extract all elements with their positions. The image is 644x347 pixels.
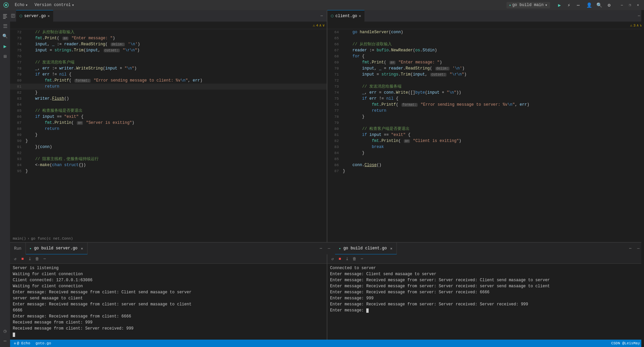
table-row: 76 fmt.Printf( format: "Error sending me… [327, 102, 644, 108]
table-row: 77 return [327, 108, 644, 114]
minimize-button[interactable]: — [619, 2, 625, 8]
terminal-client: ↺ ■ ⤓ 🗑 ⋯ Connected to server Enter mess… [327, 254, 644, 340]
window-controls: — ❐ ✕ [619, 2, 641, 8]
server-trash-btn[interactable]: 🗑 [34, 256, 40, 262]
table-row: 81 if input == "exit" { [327, 132, 644, 138]
app-logo [3, 2, 9, 8]
run-button[interactable]: ▶ [555, 1, 564, 9]
right-pane-more-btn[interactable]: ⋯ [635, 12, 643, 19]
status-echo[interactable]: ⚙ @ Echo [13, 341, 32, 345]
table-row: 73 // 发送消息给服务端 [327, 84, 644, 90]
close-server-tab[interactable]: ✕ [48, 14, 50, 18]
list-item: Enter message: Received message from cli… [13, 313, 324, 319]
table-row: 91 }(conn) [10, 144, 327, 150]
more-actions-button[interactable]: ⋯ [574, 1, 582, 9]
status-bar: ⚙ @ Echo goto.go CSDN @LeisMay [10, 340, 644, 347]
panel-more-btn[interactable]: ⋯ [317, 245, 325, 252]
code-area-client[interactable]: 64 go handleServer(conn) 65 66 // 从控制台读取… [327, 29, 644, 235]
list-item: Waiting for client connection [13, 283, 324, 289]
table-row: 86 conn.Close() [327, 162, 644, 168]
table-row: 76 [10, 53, 327, 59]
list-item [13, 332, 324, 338]
close-server-build-tab[interactable]: ✕ [81, 246, 83, 251]
activity-extensions[interactable]: ⊞ [0, 52, 10, 61]
table-row: 83 break [327, 144, 644, 150]
tab-server-go[interactable]: ⬡ server.go ✕ [16, 10, 53, 22]
table-row: 72 [327, 78, 644, 84]
status-csdn: CSDN @LeisMay [610, 341, 641, 345]
code-lines-server: 72 // 从控制台读取输入 73 fmt.Print( a≡ "Enter m… [10, 29, 327, 174]
terminal-server: ↺ ■ ⤓ 🗑 ⋯ Server is listening Waiting fo… [10, 254, 327, 340]
client-restart-btn[interactable]: ↺ [329, 256, 335, 262]
activity-remote[interactable]: ◷ [0, 326, 10, 336]
maximize-button[interactable]: ❐ [627, 2, 633, 8]
table-row: 95 } [10, 168, 327, 174]
close-client-tab[interactable]: ✕ [359, 14, 361, 18]
list-item: Client connected: 127.0.0.1:63086 [13, 277, 324, 283]
right-pane-tab-actions: ⋯ [635, 12, 644, 19]
close-button[interactable]: ✕ [635, 2, 641, 8]
client-scroll-lock-btn[interactable]: ⤓ [344, 256, 350, 262]
terminal-server-toolbar: ↺ ■ ⤓ 🗑 ⋯ [10, 254, 327, 264]
panel-tab-client-build[interactable]: ● go build client.go ✕ [335, 243, 397, 254]
panel-tab-server-build[interactable]: ● go build server.go ✕ [26, 243, 88, 254]
warning-indicator-left[interactable]: ⚠ 4 ∧ ∨ [313, 23, 325, 28]
activity-explorer[interactable] [0, 11, 10, 21]
table-row: 75 input = strings.Trim(input, cutset: "… [10, 47, 327, 53]
table-row: 84 [10, 102, 327, 108]
explorer-toggle[interactable] [10, 10, 16, 21]
client-output: Connected to server Enter message: Clien… [327, 264, 644, 340]
client-trash-btn[interactable]: 🗑 [352, 256, 358, 262]
panel-right-minimize-btn[interactable]: — [635, 245, 642, 252]
server-go-icon: ⬡ [19, 14, 22, 18]
list-item: Enter message: [330, 307, 641, 313]
table-row: 71 input = strings.Trim(input, cutset: "… [327, 71, 644, 78]
terminal-client-toolbar: ↺ ■ ⤓ 🗑 ⋯ [327, 254, 644, 264]
warning-bar-left: ⚠ 4 ∧ ∨ [10, 22, 327, 29]
editor-split: ⬡ server.go ✕ ⋯ ⚠ 4 ∧ [10, 10, 644, 242]
panel-minimize-btn[interactable]: — [325, 245, 333, 252]
main-layout: ☰ 🔍 ▶ ⊞ ◷ ⋯ ⬡ [0, 10, 644, 347]
search-button[interactable]: 🔍 [595, 1, 603, 9]
panel-right-more-btn[interactable]: ⋯ [627, 245, 634, 252]
list-item: Enter message: Client send masaage to se… [330, 271, 641, 277]
menu-version-control[interactable]: Version control ▾ [32, 2, 77, 8]
table-row: 87 fmt.Println( a≡ "Server is exiting") [10, 120, 327, 126]
menu-echo[interactable]: Echo ▾ [12, 2, 31, 8]
table-row: 94 <-make(chan struct{}) [10, 162, 327, 168]
server-restart-btn[interactable]: ↺ [12, 256, 18, 262]
activity-run[interactable]: ▶ [0, 42, 10, 51]
table-row: 80 // 检查客户端是否要退出 [327, 126, 644, 132]
server-stop-btn[interactable]: ■ [19, 256, 25, 262]
run-config[interactable]: ● go build main ▾ [506, 2, 550, 8]
tab-bar-right: ⬡ client.go ✕ ⋯ [327, 10, 644, 22]
client-settings-btn[interactable]: ⋯ [359, 256, 365, 262]
activity-more[interactable]: ⋯ [0, 336, 10, 346]
status-file[interactable]: goto.go [34, 341, 52, 345]
server-scroll-lock-btn[interactable]: ⤓ [27, 256, 33, 262]
table-row: 88 return [10, 126, 327, 132]
table-row: 74 input, _ := reader.ReadString( delim:… [10, 41, 327, 47]
list-item: Received message from client: 999 [13, 319, 324, 326]
warning-bar-right: ⚠ 3 ∧ ∨ [327, 22, 644, 29]
table-row: 68 for { [327, 53, 644, 59]
split-editor-btn[interactable]: ⋯ [318, 12, 325, 19]
table-row: 93 // 阻塞主线程，使服务端持续运行 [10, 156, 327, 162]
table-row: 81 return [10, 84, 327, 90]
settings-button[interactable]: ⚙ [605, 1, 613, 9]
tab-client-go[interactable]: ⬡ client.go ✕ [327, 10, 365, 22]
code-area-server[interactable]: 72 // 从控制台读取输入 73 fmt.Print( a≡ "Enter m… [10, 29, 327, 235]
warning-indicator-right[interactable]: ⚠ 3 ∧ ∨ [630, 23, 642, 28]
panel-tab-run[interactable]: Run [10, 243, 26, 254]
account-button[interactable]: 👤 [585, 1, 593, 9]
debug-button[interactable]: ⚡ [565, 1, 573, 9]
server-settings-btn[interactable]: ⋯ [42, 256, 48, 262]
close-client-build-tab[interactable]: ✕ [390, 246, 392, 251]
client-stop-btn[interactable]: ■ [337, 256, 343, 262]
activity-hamburger[interactable]: ☰ [0, 21, 10, 31]
table-row: 77 // 发送消息给客户端 [10, 59, 327, 65]
titlebar-menu: Echo ▾ Version control ▾ [12, 2, 77, 8]
activity-search[interactable]: 🔍 [0, 32, 10, 41]
table-row: 86 if input == "exit" { [10, 114, 327, 120]
table-row: 89 } [10, 132, 327, 138]
